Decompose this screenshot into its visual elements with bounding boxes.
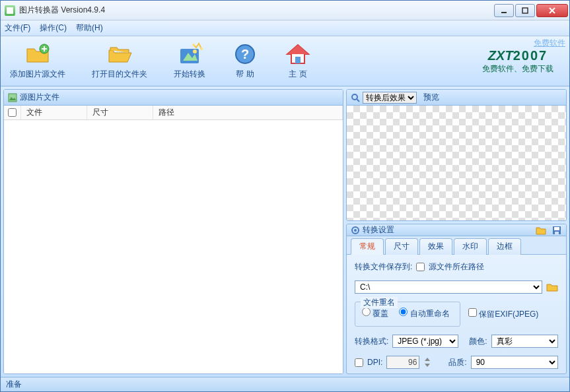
content-area: 源图片文件 文件 尺寸 路径 转换后效果 预览 [1,86,569,377]
save-to-label: 转换文件保存到: [355,261,412,273]
svg-rect-16 [295,57,301,63]
minimize-button[interactable] [494,4,514,17]
select-all-checkbox[interactable] [8,108,17,117]
svg-rect-24 [554,227,559,230]
save-settings-icon[interactable] [552,225,562,236]
dpi-label: DPI: [367,358,382,367]
dpi-spinner-icon[interactable] [423,356,431,368]
picture-icon [8,93,17,102]
tab-border[interactable]: 边框 [488,238,521,255]
overwrite-option[interactable]: 覆盖 [362,308,388,319]
tab-size[interactable]: 尺寸 [385,238,418,255]
tab-effect[interactable]: 效果 [419,238,452,255]
format-color-row: 转换格式: JPEG (*.jpg) 颜色: 真彩 [355,335,558,348]
source-pane-header: 源图片文件 [4,90,343,106]
menubar: 文件(F) 操作(C) 帮助(H) [1,20,569,36]
col-checkbox [4,106,21,119]
preview-canvas [347,106,566,220]
tab-general[interactable]: 常规 [351,238,384,255]
help-icon: ? [232,42,258,66]
source-files-pane: 源图片文件 文件 尺寸 路径 [3,89,343,374]
browse-folder-icon[interactable] [546,282,558,292]
settings-header: 转换设置 [347,224,566,236]
source-path-label: 源文件所在路径 [429,261,484,273]
path-row: C:\ [355,280,558,294]
svg-point-19 [352,94,357,100]
free-software-link[interactable]: 免费软件 [534,38,565,49]
svg-marker-15 [287,45,308,54]
svg-marker-26 [425,358,430,361]
source-table-body [4,120,343,374]
status-text: 准备 [6,379,22,390]
start-convert-label: 开始转换 [174,69,205,80]
logo-area: ZXT2007 免费软件、免费下载 [482,48,560,75]
preview-label: 预览 [423,92,439,103]
brand-logo: ZXT2007 [482,48,553,63]
start-convert-button[interactable]: 开始转换 [174,42,205,80]
save-to-row: 转换文件保存到: 源文件所在路径 [355,261,558,273]
menu-help[interactable]: 帮助(H) [76,22,103,34]
tab-watermark[interactable]: 水印 [454,238,487,255]
help-button[interactable]: ? 帮 助 [232,42,258,80]
col-path[interactable]: 路径 [153,106,343,119]
color-label: 颜色: [469,336,487,347]
app-window: 图片转换器 Version4.9.4 文件(F) 操作(C) 帮助(H) 免费软… [0,0,570,392]
tab-content-general: 转换文件保存到: 源文件所在路径 C:\ 文件重名 [347,255,566,374]
open-settings-icon[interactable] [536,225,546,236]
open-dest-button[interactable]: 打开目的文件夹 [92,42,147,80]
home-icon [285,42,311,66]
svg-point-10 [192,44,195,46]
overwrite-radio[interactable] [362,308,371,316]
col-file[interactable]: 文件 [21,106,87,119]
autorename-option[interactable]: 自动重命名 [399,308,449,319]
preview-pane: 转换后效果 预览 [346,89,567,221]
quality-select[interactable]: 90 [471,356,558,369]
preview-mode-select[interactable]: 转换后效果 [363,92,417,104]
source-table-header: 文件 尺寸 路径 [4,106,343,120]
format-label: 转换格式: [355,336,388,347]
col-size[interactable]: 尺寸 [87,106,153,119]
settings-pane: 转换设置 常规 尺寸 效果 水印 边框 转换文件保存到: 源 [346,224,567,374]
window-title: 图片转换器 Version4.9.4 [19,5,494,16]
keep-exif-option[interactable]: 保留EXIF(JPEG) [468,308,538,320]
titlebar: 图片转换器 Version4.9.4 [1,1,569,20]
dpi-checkbox[interactable] [355,358,363,367]
help-label: 帮 助 [236,69,254,80]
toolbar: 免费软件 添加图片源文件 打开目的文件夹 开始转换 ? 帮 助 [1,36,569,86]
brand-sub: 免费软件、免费下载 [482,63,553,75]
keep-exif-checkbox[interactable] [468,308,477,317]
home-button[interactable]: 主 页 [285,42,311,80]
home-label: 主 页 [289,69,306,80]
save-path-select[interactable]: C:\ [355,280,542,294]
settings-title: 转换设置 [363,224,394,236]
rename-fieldset: 文件重名 覆盖 自动重命名 [355,302,460,327]
autorename-radio[interactable] [399,308,408,316]
app-icon [5,5,15,16]
add-source-label: 添加图片源文件 [10,69,65,80]
window-controls [494,4,568,17]
folder-open-icon [106,42,133,66]
dpi-quality-row: DPI: 品质: 90 [355,356,558,369]
close-button[interactable] [536,4,568,17]
dpi-input[interactable] [386,356,419,369]
svg-point-11 [200,48,203,50]
color-select[interactable]: 真彩 [491,335,558,348]
right-pane: 转换后效果 预览 转换设置 常规 尺寸 效果 [346,89,567,374]
source-path-checkbox[interactable] [416,263,425,271]
open-dest-label: 打开目的文件夹 [92,69,147,80]
magnifier-icon [351,93,360,102]
menu-file[interactable]: 文件(F) [5,22,30,34]
svg-rect-25 [555,232,559,234]
folder-plus-icon [24,42,51,66]
maximize-button[interactable] [515,4,535,17]
statusbar: 准备 [1,377,569,391]
quality-label: 品质: [448,357,466,368]
svg-rect-1 [522,8,528,13]
svg-marker-27 [425,364,430,367]
rename-exif-row: 文件重名 覆盖 自动重命名 保留EXIF(JPEG) [355,302,558,327]
svg-point-9 [193,49,197,53]
format-select[interactable]: JPEG (*.jpg) [392,335,458,348]
svg-point-22 [354,229,357,232]
add-source-button[interactable]: 添加图片源文件 [10,42,65,80]
menu-operate[interactable]: 操作(C) [40,22,67,34]
